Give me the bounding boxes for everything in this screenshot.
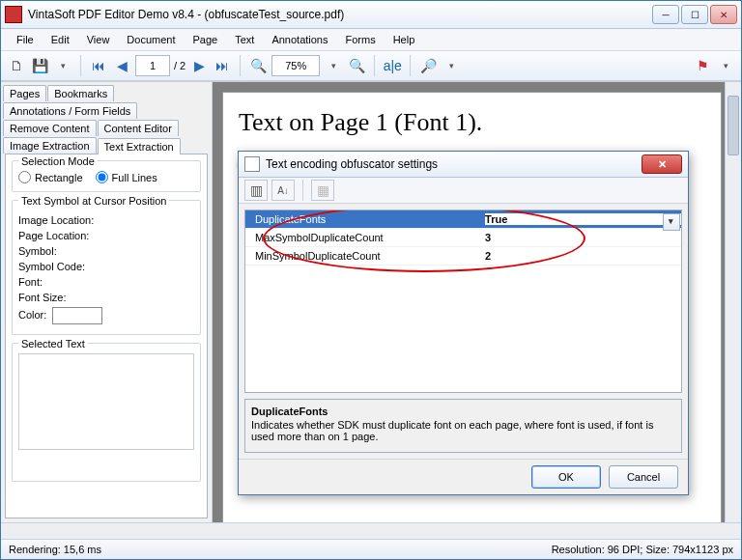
color-label: Color: bbox=[18, 307, 194, 324]
zoom-input[interactable] bbox=[271, 55, 320, 76]
find-icon[interactable]: 🔎 bbox=[418, 56, 438, 75]
desc-title: DuplicateFonts bbox=[251, 406, 675, 417]
prop-row-maxsymboldup[interactable]: MaxSymbolDuplicateCount 3 bbox=[245, 229, 681, 247]
cancel-button[interactable]: Cancel bbox=[609, 465, 678, 489]
statusbar: Rendering: 15,6 ms Resolution: 96 DPI; S… bbox=[1, 539, 741, 559]
side-content: Selection Mode Rectangle Full Lines Text… bbox=[5, 154, 208, 518]
description-box: DuplicateFonts Indicates whether SDK mus… bbox=[244, 399, 682, 453]
selection-mode-label: Selection Mode bbox=[18, 155, 98, 167]
symbol-code-label: Symbol Code: bbox=[18, 261, 194, 272]
property-grid[interactable]: DuplicateFonts True▾ MaxSymbolDuplicateC… bbox=[244, 210, 682, 393]
menu-forms[interactable]: Forms bbox=[338, 32, 384, 47]
dropdown-icon[interactable]: ▾ bbox=[324, 56, 343, 75]
app-icon bbox=[5, 6, 22, 23]
tab-content-editor[interactable]: Content Editor bbox=[98, 120, 179, 136]
zoom-out-icon[interactable]: 🔍 bbox=[248, 56, 268, 75]
main-window: VintaSoft PDF Editor Demo v8.4 - (obfusc… bbox=[0, 0, 742, 560]
menubar: File Edit View Document Page Text Annota… bbox=[1, 29, 741, 51]
menu-document[interactable]: Document bbox=[119, 32, 183, 47]
tool-icon[interactable]: ⚑ bbox=[693, 56, 712, 75]
dialog-toolbar: ▥ A↓ ▦ bbox=[239, 178, 688, 204]
dialog-buttons: OK Cancel bbox=[239, 459, 688, 494]
dialog-titlebar: Text encoding obfuscator settings ✕ bbox=[239, 152, 688, 178]
status-left: Rendering: 15,6 ms bbox=[9, 544, 101, 555]
tab-annotations[interactable]: Annotations / Form Fields bbox=[3, 102, 137, 119]
side-panel: Pages Bookmarks Annotations / Form Field… bbox=[1, 82, 213, 522]
new-icon[interactable]: 🗋 bbox=[7, 56, 26, 75]
menu-file[interactable]: File bbox=[9, 32, 42, 47]
dropdown-icon[interactable]: ▾ bbox=[663, 213, 680, 231]
selected-text-label: Selected Text bbox=[18, 338, 88, 350]
menu-help[interactable]: Help bbox=[385, 32, 423, 47]
desc-body: Indicates whether SDK must duplicate fon… bbox=[251, 419, 653, 442]
color-swatch bbox=[52, 307, 102, 324]
symbol-label: Symbol: bbox=[18, 245, 194, 257]
status-right: Resolution: 96 DPI; Size: 794x1123 px bbox=[552, 544, 733, 555]
horizontal-scrollbar[interactable] bbox=[1, 522, 741, 539]
tab-remove-content[interactable]: Remove Content bbox=[3, 120, 97, 136]
prop-row-minsymboldup[interactable]: MinSymbolDuplicateCount 2 bbox=[245, 247, 681, 266]
sort-icon[interactable]: A↓ bbox=[271, 180, 295, 201]
menu-page[interactable]: Page bbox=[186, 32, 226, 47]
dialog-icon bbox=[244, 156, 260, 172]
vertical-scrollbar[interactable] bbox=[725, 82, 741, 522]
tab-bookmarks[interactable]: Bookmarks bbox=[47, 85, 114, 101]
ok-button[interactable]: OK bbox=[531, 465, 601, 489]
page-location-label: Page Location: bbox=[18, 230, 194, 241]
dropdown-icon[interactable]: ▾ bbox=[716, 56, 735, 75]
selected-text-area[interactable] bbox=[18, 353, 194, 450]
text-tool-icon[interactable]: a|e bbox=[383, 56, 402, 75]
page-total: / 2 bbox=[174, 60, 186, 71]
menu-text[interactable]: Text bbox=[227, 32, 262, 47]
scroll-thumb[interactable] bbox=[728, 96, 739, 155]
toolbar: 🗋 💾 ▾ ⏮ ◀ / 2 ▶ ⏭ 🔍 ▾ 🔍 a|e 🔎 ▾ ⚑ ▾ bbox=[1, 51, 741, 81]
dialog-title: Text encoding obfuscator settings bbox=[266, 157, 642, 171]
tab-pages[interactable]: Pages bbox=[3, 85, 46, 101]
prop-row-duplicatefonts[interactable]: DuplicateFonts True▾ bbox=[245, 210, 681, 229]
dropdown-icon[interactable]: ▾ bbox=[53, 56, 72, 75]
save-icon[interactable]: 💾 bbox=[30, 56, 49, 75]
tab-text-extraction[interactable]: Text Extraction bbox=[98, 138, 181, 154]
cursor-group-label: Text Symbol at Cursor Position bbox=[18, 195, 169, 207]
font-label: Font: bbox=[18, 276, 194, 288]
maximize-button[interactable]: ☐ bbox=[681, 5, 708, 24]
titlebar: VintaSoft PDF Editor Demo v8.4 - (obfusc… bbox=[1, 1, 741, 29]
page-text-1: Text on Page 1 (Font 1). bbox=[239, 108, 705, 137]
zoom-in-icon[interactable]: 🔍 bbox=[347, 56, 366, 75]
categorize-icon[interactable]: ▥ bbox=[244, 180, 268, 201]
font-size-label: Font Size: bbox=[18, 292, 194, 303]
first-page-icon[interactable]: ⏮ bbox=[89, 56, 108, 75]
obfuscator-settings-dialog: Text encoding obfuscator settings ✕ ▥ A↓… bbox=[238, 151, 689, 495]
next-page-icon[interactable]: ▶ bbox=[189, 56, 209, 75]
window-title: VintaSoft PDF Editor Demo v8.4 - (obfusc… bbox=[28, 8, 652, 21]
radio-full-lines[interactable]: Full Lines bbox=[96, 171, 157, 183]
prev-page-icon[interactable]: ◀ bbox=[112, 56, 131, 75]
menu-edit[interactable]: Edit bbox=[43, 32, 77, 47]
menu-view[interactable]: View bbox=[79, 32, 118, 47]
grid-icon[interactable]: ▦ bbox=[311, 180, 334, 201]
menu-annotations[interactable]: Annotations bbox=[264, 32, 335, 47]
minimize-button[interactable]: ─ bbox=[652, 5, 679, 24]
dialog-close-button[interactable]: ✕ bbox=[642, 154, 682, 174]
radio-rectangle[interactable]: Rectangle bbox=[18, 171, 83, 183]
page-input[interactable] bbox=[135, 55, 170, 76]
close-button[interactable]: ✕ bbox=[710, 5, 737, 24]
tab-image-extraction[interactable]: Image Extraction bbox=[3, 137, 97, 154]
dropdown-icon[interactable]: ▾ bbox=[442, 56, 461, 75]
image-location-label: Image Location: bbox=[18, 214, 194, 226]
side-tabs: Pages Bookmarks Annotations / Form Field… bbox=[1, 82, 212, 154]
last-page-icon[interactable]: ⏭ bbox=[213, 56, 232, 75]
